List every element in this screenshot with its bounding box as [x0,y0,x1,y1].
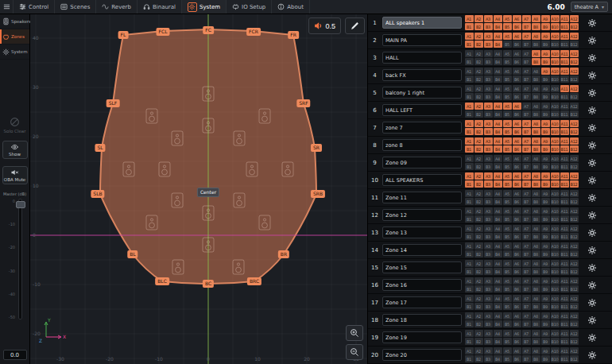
channel-cell[interactable]: A5 [503,225,512,232]
channel-cell[interactable]: A10 [551,155,560,162]
channel-cell[interactable]: A5 [503,312,512,319]
channel-cell[interactable]: A10 [551,190,560,197]
channel-cell[interactable]: B2 [474,198,483,205]
channel-cell[interactable]: B11 [560,320,569,327]
zone-settings-button[interactable] [586,34,598,47]
channel-cell[interactable]: A9 [541,15,550,22]
channel-cell[interactable]: A8 [532,207,540,215]
channel-cell[interactable]: B7 [522,233,531,240]
channel-cell[interactable]: B2 [474,93,483,100]
channel-cell[interactable]: B1 [465,215,474,223]
channel-cell[interactable]: B8 [532,110,540,118]
preset-dropdown[interactable]: theatre A ▾ [571,2,608,12]
speaker-label-fc[interactable]: FC [203,26,214,34]
channel-cell[interactable]: B12 [570,145,579,153]
channel-cell[interactable]: B6 [513,58,521,65]
channel-cell[interactable]: B3 [484,233,493,240]
channel-cell[interactable]: A10 [551,85,560,92]
channel-cell[interactable]: B1 [465,320,474,327]
channel-cell[interactable]: B3 [484,76,493,83]
channel-cell[interactable]: A6 [513,225,521,232]
channel-cell[interactable]: A8 [532,347,540,354]
channel-cell[interactable]: A7 [522,260,531,267]
channel-cell[interactable]: B8 [532,198,540,205]
channel-cell[interactable]: B5 [503,163,512,170]
channel-cell[interactable]: A9 [541,260,550,267]
channel-cell[interactable]: A3 [484,15,493,22]
channel-cell[interactable]: B10 [551,93,560,100]
channel-cell[interactable]: A10 [551,103,560,110]
channel-cell[interactable]: A1 [465,225,474,232]
channel-cell[interactable]: B2 [474,320,483,327]
channel-cell[interactable]: A5 [503,120,512,127]
channel-cell[interactable]: A9 [541,330,550,337]
channel-cell[interactable]: B3 [484,23,493,30]
channel-cell[interactable]: A3 [484,312,493,319]
channel-cell[interactable]: A1 [465,68,474,75]
channel-cell[interactable]: B6 [513,110,521,118]
channel-cell[interactable]: B2 [474,250,483,258]
channel-cell[interactable]: B11 [560,23,569,30]
channel-cell[interactable]: A3 [484,260,493,267]
channel-cell[interactable]: B4 [494,110,502,118]
channel-cell[interactable]: A6 [513,295,521,302]
channel-cell[interactable]: B1 [465,285,474,292]
channel-cell[interactable]: B2 [474,285,483,292]
channel-cell[interactable]: A11 [560,295,569,302]
channel-cell[interactable]: B3 [484,268,493,275]
channel-cell[interactable]: B5 [503,76,512,83]
channel-cell[interactable]: A1 [465,103,474,110]
channel-cell[interactable]: A3 [484,172,493,180]
channel-cell[interactable]: B6 [513,303,521,310]
channel-cell[interactable]: B1 [465,76,474,83]
channel-cell[interactable]: B4 [494,285,502,292]
channel-cell[interactable]: B1 [465,58,474,65]
channel-cell[interactable]: A3 [484,137,493,145]
channel-cell[interactable]: B8 [532,163,540,170]
channel-cell[interactable]: B11 [560,268,569,275]
channel-cell[interactable]: A9 [541,190,550,197]
fader-handle[interactable] [16,201,25,208]
channel-cell[interactable]: B10 [551,215,560,223]
channel-cell[interactable]: B8 [532,145,540,153]
channel-cell[interactable]: A8 [532,33,540,40]
channel-cell[interactable]: B8 [532,215,540,223]
channel-cell[interactable]: A6 [513,330,521,337]
channel-cell[interactable]: B7 [522,338,531,345]
speaker-label-fcr[interactable]: FCR [246,28,261,36]
channel-cell[interactable]: A4 [494,137,502,145]
channel-cell[interactable]: B5 [503,23,512,30]
tab-system[interactable]: System [182,0,227,14]
channel-cell[interactable]: B1 [465,338,474,345]
channel-cell[interactable]: B12 [570,23,579,30]
zone-settings-button[interactable] [586,279,598,292]
channel-cell[interactable]: A1 [465,172,474,180]
channel-cell[interactable]: A12 [570,68,579,75]
channel-cell[interactable]: B6 [513,338,521,345]
zoom-in-button[interactable] [346,325,363,341]
zone-name-input[interactable] [382,104,462,116]
channel-cell[interactable]: B12 [570,233,579,240]
channel-cell[interactable]: B9 [541,198,550,205]
channel-cell[interactable]: B6 [513,215,521,223]
zone-settings-button[interactable] [586,331,598,344]
channel-cell[interactable]: B12 [570,338,579,345]
channel-cell[interactable]: A4 [494,260,502,267]
channel-cell[interactable]: A1 [465,347,474,354]
channel-cell[interactable]: B6 [513,355,521,362]
channel-cell[interactable]: B12 [570,303,579,310]
channel-cell[interactable]: B12 [570,250,579,258]
channel-cell[interactable]: A7 [522,68,531,75]
channel-cell[interactable]: A6 [513,120,521,127]
channel-cell[interactable]: A1 [465,33,474,40]
channel-cell[interactable]: B3 [484,180,493,188]
channel-cell[interactable]: B11 [560,198,569,205]
sidebar-item-system[interactable]: System [0,45,29,60]
channel-cell[interactable]: A11 [560,190,569,197]
center-label[interactable]: Center [197,188,219,197]
channel-cell[interactable]: B5 [503,58,512,65]
channel-cell[interactable]: A4 [494,330,502,337]
channel-cell[interactable]: A8 [532,120,540,127]
channel-cell[interactable]: B8 [532,355,540,362]
channel-cell[interactable]: B4 [494,93,502,100]
